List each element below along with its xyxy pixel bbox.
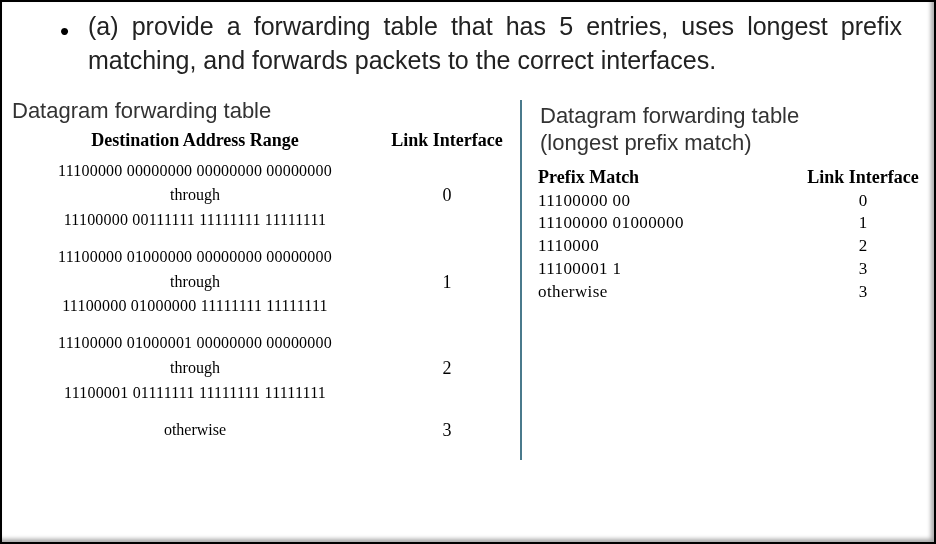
range-to: 11100001 01111111 11111111 11111111 (8, 381, 382, 406)
header-link-interface: Link Interface (798, 167, 928, 188)
range-to: 11100000 01000000 11111111 11111111 (8, 294, 382, 319)
interface-value: 0 (382, 185, 512, 206)
header-dest-addr-range: Destination Address Range (8, 130, 382, 151)
right-column: Datagram forwarding table (longest prefi… (522, 96, 928, 476)
right-table-headers: Prefix Match Link Interface (536, 167, 928, 188)
interface-value: 3 (382, 420, 512, 441)
table-row: otherwise 3 (536, 281, 928, 304)
interface-value: 0 (798, 190, 928, 213)
left-column: Datagram forwarding table Destination Ad… (8, 96, 520, 476)
tables-row: Datagram forwarding table Destination Ad… (2, 82, 934, 476)
right-caption-line2: (longest prefix match) (540, 130, 752, 155)
through-label: through (8, 270, 382, 295)
table-row-otherwise: otherwise 3 (8, 418, 512, 443)
otherwise-text: otherwise (164, 421, 226, 438)
address-range: 11100000 00000000 00000000 00000000 thro… (8, 159, 382, 233)
left-table-caption: Datagram forwarding table (12, 98, 512, 124)
right-caption-line1: Datagram forwarding table (540, 103, 799, 128)
otherwise-label: otherwise (8, 418, 382, 443)
interface-value: 3 (798, 258, 928, 281)
range-from: 11100000 01000001 00000000 00000000 (8, 331, 382, 356)
address-range: 11100000 01000000 00000000 00000000 thro… (8, 245, 382, 319)
table-row: 1110000 2 (536, 235, 928, 258)
question-block: • (a) provide a forwarding table that ha… (2, 2, 934, 82)
address-range: 11100000 01000001 00000000 00000000 thro… (8, 331, 382, 405)
range-from: 11100000 01000000 00000000 00000000 (8, 245, 382, 270)
table-row: 11100000 00000000 00000000 00000000 thro… (8, 159, 512, 233)
interface-value: 2 (382, 358, 512, 379)
interface-value: 1 (382, 272, 512, 293)
table-row: 11100000 00 0 (536, 190, 928, 213)
header-prefix-match: Prefix Match (536, 167, 798, 188)
interface-value: 1 (798, 212, 928, 235)
table-row: 11100001 1 3 (536, 258, 928, 281)
through-label: through (8, 183, 382, 208)
prefix-value: 11100000 01000000 (536, 212, 798, 235)
table-row: 11100000 01000000 00000000 00000000 thro… (8, 245, 512, 319)
prefix-value: 11100001 1 (536, 258, 798, 281)
prefix-value: 1110000 (536, 235, 798, 258)
range-from: 11100000 00000000 00000000 00000000 (8, 159, 382, 184)
prefix-value: otherwise (536, 281, 798, 304)
bullet-icon: • (60, 18, 69, 44)
range-to: 11100000 00111111 11111111 11111111 (8, 208, 382, 233)
question-text: (a) provide a forwarding table that has … (88, 12, 902, 74)
interface-value: 2 (798, 235, 928, 258)
table-row: 11100000 01000000 1 (536, 212, 928, 235)
interface-value: 3 (798, 281, 928, 304)
left-table-headers: Destination Address Range Link Interface (8, 130, 512, 151)
slide: • (a) provide a forwarding table that ha… (0, 0, 936, 544)
table-row: 11100000 01000001 00000000 00000000 thro… (8, 331, 512, 405)
prefix-value: 11100000 00 (536, 190, 798, 213)
header-link-interface: Link Interface (382, 130, 512, 151)
right-table-caption: Datagram forwarding table (longest prefi… (540, 102, 928, 157)
through-label: through (8, 356, 382, 381)
